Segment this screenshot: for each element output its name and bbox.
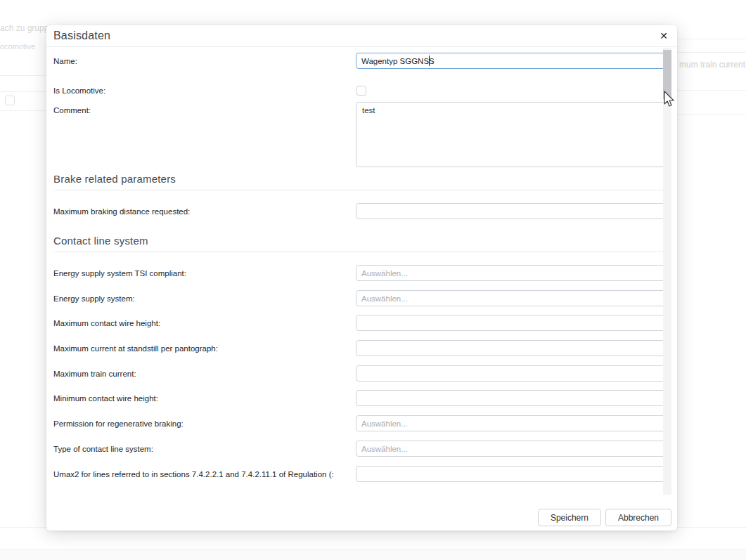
field-row-energy-supply: Energy supply system:	[53, 290, 671, 307]
background-grid-line	[0, 75, 46, 76]
background-grid-line	[0, 110, 46, 111]
contact-line-type-select[interactable]	[356, 441, 671, 457]
save-button[interactable]: Speichern	[538, 509, 601, 526]
dialog-footer: Speichern Abbrechen	[538, 509, 671, 526]
field-row-umax2: Umax2 for lines referred to in sections …	[53, 466, 671, 483]
field-row-contact-line-type: Type of contact line system:	[53, 441, 671, 457]
field-row-comment: Comment: test	[53, 102, 671, 167]
field-row-regen-braking: Permission for regenerative braking:	[53, 415, 671, 432]
background-row-checkbox	[5, 96, 15, 105]
close-icon[interactable]: ✕	[657, 29, 671, 43]
background-grid-line	[677, 90, 746, 91]
name-field-wrapper	[356, 53, 671, 69]
modal-scrollbar-thumb[interactable]	[663, 50, 671, 99]
energy-supply-select[interactable]	[356, 290, 671, 306]
energy-tsi-select[interactable]	[356, 265, 671, 281]
comment-textarea[interactable]: test	[356, 102, 671, 167]
field-row-min-wire-height: Minimum contact wire height:	[53, 390, 671, 407]
min-wire-height-input[interactable]	[356, 390, 671, 406]
modal-scrollbar-track[interactable]	[663, 48, 671, 495]
background-grid-line	[677, 39, 746, 39]
dialog-header: Basisdaten ✕	[46, 25, 677, 47]
field-row-name: Name:	[53, 53, 671, 70]
background-grid-line	[0, 91, 46, 92]
section-divider	[53, 252, 671, 252]
field-row-max-train-current: Maximum train current:	[53, 365, 671, 382]
max-current-standstill-input[interactable]	[356, 340, 671, 356]
basisdaten-dialog: Basisdaten ✕ Name: Is Locomotive: Commen…	[46, 25, 677, 530]
max-braking-distance-input[interactable]	[356, 203, 671, 219]
field-row-is-locomotive: Is Locomotive:	[53, 82, 671, 99]
name-input[interactable]	[356, 53, 671, 69]
field-row-max-current-standstill: Maximum current at standstill per pantog…	[53, 340, 671, 357]
background-grid-line	[677, 115, 746, 115]
regen-braking-select[interactable]	[356, 415, 671, 431]
is-locomotive-checkbox[interactable]	[356, 86, 366, 96]
background-grid-line	[677, 52, 746, 53]
field-row-max-braking-distance: Maximum braking distance requested:	[53, 203, 671, 220]
section-divider	[53, 190, 671, 190]
section-heading-brake: Brake related parameters	[53, 173, 176, 185]
background-column-header-train-current: mum train current	[679, 60, 745, 70]
cancel-button[interactable]: Abbrechen	[605, 509, 671, 526]
field-row-max-wire-height: Maximum contact wire height:	[53, 315, 671, 332]
text-caret	[429, 56, 430, 66]
max-wire-height-input[interactable]	[356, 315, 671, 331]
background-footer-strip	[0, 549, 746, 560]
umax2-input[interactable]	[356, 466, 671, 482]
section-heading-contact-line: Contact line system	[53, 235, 148, 247]
background-column-header-locomotive: ocomotive	[0, 42, 35, 51]
field-row-energy-tsi: Energy supply system TSI compliant:	[53, 265, 671, 282]
max-train-current-input[interactable]	[356, 365, 671, 382]
dialog-title: Basisdaten	[53, 30, 110, 42]
